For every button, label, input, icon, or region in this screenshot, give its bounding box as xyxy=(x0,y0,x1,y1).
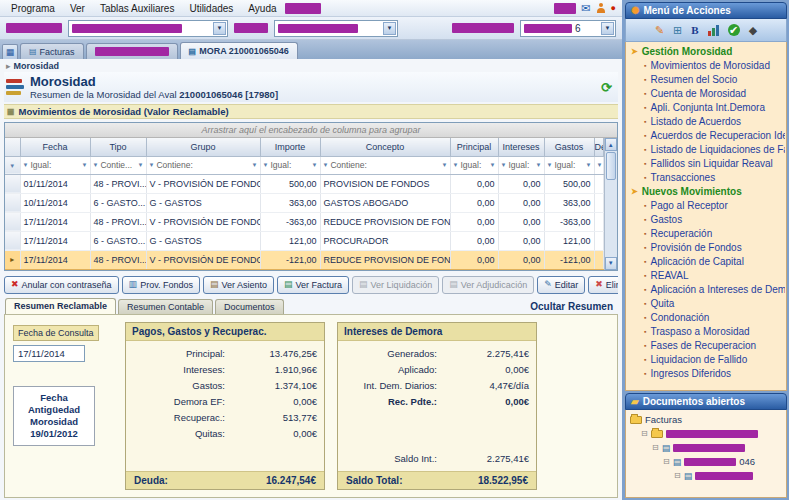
refresh-icon[interactable]: ⟳ xyxy=(601,80,616,95)
table-row[interactable]: 17/11/201448 - PROVI...V - PROVISIÓN DE … xyxy=(5,212,603,231)
invoice-button[interactable]: ▤Ver Factura xyxy=(277,276,349,294)
folder-arrow-icon: ➤ xyxy=(631,185,638,199)
tree-item[interactable]: ▪Provisión de Fondos xyxy=(631,241,785,255)
breadcrumb-item[interactable]: Morosidad xyxy=(14,61,60,71)
column-header[interactable]: Importe xyxy=(260,138,320,156)
tree-item[interactable]: ▪Ingresos Diferidos xyxy=(631,367,785,381)
filter-cell[interactable]: ▼Igual:▼ xyxy=(20,156,90,174)
column-header[interactable]: Dem... xyxy=(594,138,603,156)
column-header[interactable]: Intereses xyxy=(498,138,544,156)
tree-item[interactable]: ▪Resumen del Socio xyxy=(631,73,785,87)
tree-group[interactable]: ➤Gestión Morosidad xyxy=(631,45,785,59)
table-row[interactable]: ▸17/11/201448 - PROVI...V - PROVISIÓN DE… xyxy=(5,250,603,269)
tree-item[interactable]: ▪Liquidacion de Fallido xyxy=(631,353,785,367)
tab-resumen-reclamable[interactable]: Resumen Reclamable xyxy=(5,298,116,314)
delete-button[interactable]: ✖Eliminar xyxy=(588,276,618,294)
edit-icon[interactable]: ✎ xyxy=(655,25,664,36)
summary-label: Rec. Pdte.: xyxy=(345,394,441,409)
tree-item[interactable]: ▪Transacciones xyxy=(631,171,785,185)
filter-combobox[interactable]: ▼ xyxy=(274,20,398,37)
tree-item[interactable]: ▪Aplicación a Intereses de Dem xyxy=(631,283,785,297)
cancel-button[interactable]: ✖Anular con contraseña xyxy=(4,276,119,294)
menu-tablas-auxiliares[interactable]: Tablas Auxiliares xyxy=(93,2,181,15)
entity-combobox[interactable]: ▼ xyxy=(68,20,228,37)
tree-group[interactable]: ➤Nuevos Movimientos xyxy=(631,185,785,199)
tree-item[interactable]: ▪Listado de Liquidaciones de Fa xyxy=(631,143,785,157)
column-header[interactable]: Principal xyxy=(450,138,498,156)
code-combobox[interactable]: 6 ▼ xyxy=(520,20,616,37)
filter-cell[interactable]: ▼Contiene:▼ xyxy=(320,156,450,174)
mail-icon[interactable]: ✉ xyxy=(581,3,590,13)
filter-cell[interactable]: ▼Contie...▼ xyxy=(90,156,146,174)
filter-cell[interactable]: ▼Igual:▼ xyxy=(450,156,498,174)
tree-item-label: Fallidos sin Liquidar Reaval xyxy=(650,157,772,171)
check-icon[interactable]: ✔ xyxy=(728,24,740,36)
menu-programa[interactable]: Programa xyxy=(4,2,62,15)
folder-icon xyxy=(630,416,642,424)
bold-icon[interactable]: B xyxy=(691,25,698,36)
tab-resumen-contable[interactable]: Resumen Contable xyxy=(118,299,213,314)
funds-button[interactable]: ▥Prov. Fondos xyxy=(122,276,200,294)
column-header[interactable]: Grupo xyxy=(146,138,260,156)
hide-summary-link[interactable]: Ocultar Resumen xyxy=(530,301,617,314)
tree-item[interactable]: ▪REAVAL xyxy=(631,269,785,283)
menu-ayuda[interactable]: Ayuda xyxy=(241,2,283,15)
tree-item[interactable]: ▪Quita xyxy=(631,297,785,311)
filter-cell[interactable]: ▼Igual:▼ xyxy=(594,156,603,174)
tab-facturas[interactable]: ▤ Facturas xyxy=(20,43,84,59)
filter-cell[interactable]: ▼Igual:▼ xyxy=(260,156,320,174)
chevron-down-icon[interactable]: ▼ xyxy=(383,22,396,35)
chevron-down-icon[interactable]: ▼ xyxy=(601,22,614,35)
entry-button[interactable]: ▤Ver Asiento xyxy=(203,276,274,294)
calculator-icon[interactable]: ⊞ xyxy=(673,25,682,36)
filter-cell[interactable]: ▼Igual:▼ xyxy=(544,156,594,174)
tree-item[interactable]: ▪Traspaso a Morosidad xyxy=(631,325,785,339)
column-header[interactable]: Tipo xyxy=(90,138,146,156)
doc-tree-item[interactable]: Facturas xyxy=(630,413,782,427)
graduation-icon[interactable]: ◆ xyxy=(749,25,757,36)
column-header[interactable]: Fecha xyxy=(20,138,90,156)
tree-item[interactable]: ▪Listado de Acuerdos xyxy=(631,115,785,129)
chart-icon[interactable] xyxy=(708,25,719,36)
table-row[interactable]: 17/11/20146 - GASTO...G - GASTOS121,00PR… xyxy=(5,231,603,250)
scroll-up-icon[interactable]: ▲ xyxy=(605,138,618,151)
tab-mora[interactable]: ▤ MORA 210001065046 xyxy=(180,42,298,59)
column-header[interactable]: Gastos xyxy=(544,138,594,156)
menu-ver[interactable]: Ver xyxy=(63,2,92,15)
tree-item[interactable]: ▪Fallidos sin Liquidar Reaval xyxy=(631,157,785,171)
tree-item[interactable]: ▪Recuperación xyxy=(631,227,785,241)
scroll-down-icon[interactable]: ▼ xyxy=(605,257,618,270)
doc-tree-item[interactable]: ⊟▤ xyxy=(630,441,782,455)
tab-documentos[interactable]: Documentos xyxy=(215,299,284,314)
status-dot-icon[interactable]: ● xyxy=(611,3,616,13)
tree-item[interactable]: ▪Apli. Conjunta Int.Demora xyxy=(631,101,785,115)
edit-button[interactable]: ✎Editar xyxy=(537,276,585,294)
tree-item[interactable]: ▪Fases de Recuperacion xyxy=(631,339,785,353)
grid-scrollbar[interactable]: ▲ ▼ xyxy=(604,138,618,270)
table-row[interactable]: 10/11/20146 - GASTO...G - GASTOS363,00GA… xyxy=(5,193,603,212)
menu-utilidades[interactable]: Utilidades xyxy=(182,2,240,15)
fecha-consulta-input[interactable]: 17/11/2014 xyxy=(13,345,85,362)
column-header[interactable]: Concepto xyxy=(320,138,450,156)
cell: -121,00 xyxy=(260,250,320,269)
tab-redacted[interactable] xyxy=(86,43,178,59)
filter-cell[interactable]: ▼ xyxy=(5,156,20,174)
tree-item[interactable]: ▪Gastos xyxy=(631,213,785,227)
tree-item[interactable]: ▪Acuerdos de Recuperacion Ide xyxy=(631,129,785,143)
tree-item[interactable]: ▪Movimientos de Morosidad xyxy=(631,59,785,73)
doc-tree-item[interactable]: ⊟▤ xyxy=(630,469,782,483)
group-by-area[interactable]: Arrastrar aquí el encabezado de columna … xyxy=(5,123,617,138)
grid-icon[interactable]: ▦ xyxy=(2,44,18,59)
filter-cell[interactable]: ▼Igual:▼ xyxy=(498,156,544,174)
scroll-thumb[interactable] xyxy=(606,152,617,180)
tree-item[interactable]: ▪Pago al Receptor xyxy=(631,199,785,213)
doc-tree-item[interactable]: ⊟▤046 xyxy=(630,455,782,469)
tree-item[interactable]: ▪Aplicación de Capital xyxy=(631,255,785,269)
filter-cell[interactable]: ▼Contiene:▼ xyxy=(146,156,260,174)
user-icon[interactable] xyxy=(596,3,606,14)
doc-tree-item[interactable]: ⊟ xyxy=(630,427,782,441)
chevron-down-icon[interactable]: ▼ xyxy=(213,22,226,35)
tree-item[interactable]: ▪Condonación xyxy=(631,311,785,325)
table-row[interactable]: 01/11/201448 - PROVI...V - PROVISIÓN DE … xyxy=(5,174,603,193)
tree-item[interactable]: ▪Cuenta de Morosidad xyxy=(631,87,785,101)
